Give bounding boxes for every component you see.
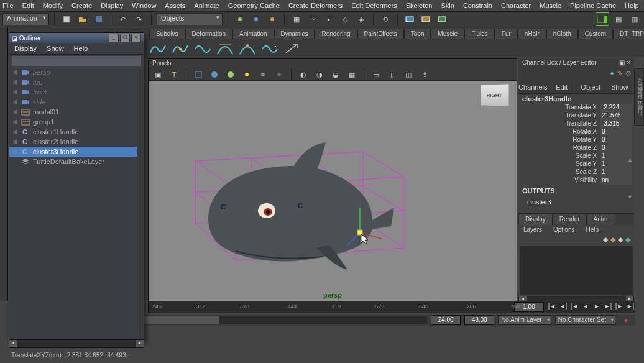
- shadow-icon[interactable]: [256, 68, 270, 81]
- wireframe-icon[interactable]: [191, 68, 205, 81]
- expand-icon[interactable]: ⊞: [12, 119, 18, 125]
- shelf-tab-subdivs[interactable]: Subdivs: [149, 29, 185, 39]
- menu-file[interactable]: File: [2, 2, 14, 9]
- outliner-menu-help[interactable]: Help: [74, 45, 88, 52]
- shaded-icon[interactable]: [208, 68, 221, 81]
- channel-menu-channels[interactable]: Channels: [518, 82, 548, 93]
- outliner-item-cluster1Handle[interactable]: ⊞Ccluster1Handle: [9, 127, 144, 137]
- outliner-item-TurtleDefaultBakeLayer[interactable]: TurtleDefaultBakeLayer: [9, 157, 144, 167]
- layer-move-icon[interactable]: ◆: [603, 236, 608, 244]
- safe-icon[interactable]: ◫: [402, 68, 415, 81]
- shelf-tab-deformation[interactable]: Deformation: [185, 29, 232, 39]
- snap-live-icon[interactable]: ◈: [354, 12, 368, 26]
- scroll-left-icon[interactable]: ◄: [9, 340, 17, 347]
- xray-joint-icon[interactable]: ◒: [329, 68, 343, 81]
- curve-tool-icon[interactable]: [239, 42, 256, 55]
- save-scene-icon[interactable]: [92, 12, 106, 26]
- menu-character[interactable]: Character: [501, 2, 531, 9]
- ipr-icon[interactable]: [419, 12, 433, 26]
- toggle-panel-icon[interactable]: [596, 12, 609, 26]
- curve-tool-icon[interactable]: [216, 42, 234, 55]
- select-by-object-icon[interactable]: [249, 12, 263, 26]
- outliner-menu-display[interactable]: Display: [14, 45, 37, 52]
- redo-icon[interactable]: ↷: [132, 12, 146, 26]
- shelf-tab-fur[interactable]: Fur: [495, 29, 518, 39]
- menu-help[interactable]: Help: [625, 2, 639, 9]
- layer-menu-help[interactable]: Help: [586, 226, 599, 233]
- go-start-icon[interactable]: |◄: [548, 303, 556, 311]
- menu-edit[interactable]: Edit: [22, 2, 34, 9]
- maximize-button[interactable]: □: [120, 34, 130, 42]
- layer-tab-anim[interactable]: Anim: [587, 214, 615, 225]
- outliner-title-bar[interactable]: ◪ Outliner _ □ ×: [9, 33, 144, 43]
- expand-icon[interactable]: ⊞: [12, 129, 18, 135]
- attr-value[interactable]: -3.315: [600, 120, 632, 128]
- outliner-item-cluster2Handle[interactable]: ⊞Ccluster2Handle: [9, 137, 144, 147]
- time-ruler[interactable]: 248312378444510576640706768: [149, 301, 514, 313]
- output-node[interactable]: cluster3: [518, 197, 634, 207]
- mode-selector[interactable]: Animation: [2, 13, 49, 25]
- shelf-tab-ncloth[interactable]: nCloth: [546, 29, 578, 39]
- menu-muscle[interactable]: Muscle: [540, 2, 561, 9]
- open-scene-icon[interactable]: [76, 12, 90, 26]
- layer-new-icon[interactable]: ◆: [625, 236, 630, 244]
- close-button[interactable]: ×: [131, 34, 141, 42]
- range-start-field[interactable]: 24.00: [431, 315, 461, 325]
- light-icon[interactable]: [240, 68, 254, 81]
- anim-layer-combo[interactable]: No Anim Layer: [498, 315, 551, 325]
- bookmark-icon[interactable]: T: [167, 68, 181, 81]
- play-forward-icon[interactable]: ►: [592, 303, 601, 311]
- attr-value[interactable]: 0: [600, 128, 632, 136]
- menu-pipeline-cache[interactable]: Pipeline Cache: [570, 2, 616, 9]
- new-scene-icon[interactable]: [60, 12, 73, 26]
- arrow-tool-icon[interactable]: [283, 42, 301, 55]
- shelf-tab-rendering[interactable]: Rendering: [315, 29, 357, 39]
- share-icon[interactable]: ⇪: [418, 68, 431, 81]
- layer-tab-display[interactable]: Display: [518, 214, 553, 225]
- expand-icon[interactable]: ⊞: [12, 109, 18, 115]
- render-settings-icon[interactable]: [435, 12, 449, 26]
- outliner-menu-show[interactable]: Show: [47, 45, 64, 52]
- xray-icon[interactable]: ◑: [313, 68, 326, 81]
- selected-object-name[interactable]: cluster3Handle: [518, 94, 634, 104]
- curve-tool-icon[interactable]: [172, 42, 189, 55]
- construction-history-icon[interactable]: ⟲: [379, 12, 392, 26]
- layer-menu-layers[interactable]: Layers: [523, 226, 542, 233]
- toggle-channel-icon[interactable]: ▤: [612, 12, 625, 26]
- shelf-tab-animation[interactable]: Animation: [232, 29, 274, 39]
- minimize-button[interactable]: _: [109, 34, 119, 42]
- menu-skin[interactable]: Skin: [441, 2, 454, 9]
- snap-grid-icon[interactable]: ▦: [290, 12, 303, 26]
- snap-curve-icon[interactable]: 〰: [306, 12, 320, 26]
- wrench-icon[interactable]: ⚙: [625, 70, 632, 81]
- viewport-canvas[interactable]: C C: [149, 80, 515, 301]
- expand-icon[interactable]: ⊞: [12, 80, 18, 85]
- scroll-down-icon[interactable]: ▼: [627, 194, 633, 200]
- layer-list[interactable]: [520, 246, 633, 295]
- channel-menu-show[interactable]: Show: [605, 82, 635, 93]
- shelf-tab-fluids[interactable]: Fluids: [464, 29, 495, 39]
- menu-edit-deformers[interactable]: Edit Deformers: [351, 2, 397, 9]
- curve-tool-icon[interactable]: [261, 42, 278, 55]
- select-by-hierarchy-icon[interactable]: [233, 12, 247, 26]
- expand-icon[interactable]: ⊞: [12, 99, 18, 105]
- step-back-key-icon[interactable]: ◄|: [559, 303, 568, 311]
- play-reverse-icon[interactable]: ◄: [581, 303, 590, 311]
- menu-constrain[interactable]: Constrain: [463, 2, 492, 9]
- menu-display[interactable]: Display: [101, 2, 123, 9]
- toggle-tool-icon[interactable]: ▥: [628, 12, 642, 26]
- curve-tool-icon[interactable]: [149, 42, 167, 55]
- character-set-combo[interactable]: No Character Set: [555, 315, 615, 325]
- channel-menu-edit[interactable]: Edit: [548, 82, 577, 93]
- expand-icon[interactable]: ⊞: [12, 70, 18, 75]
- autokey-icon[interactable]: ●: [619, 313, 633, 327]
- select-by-component-icon[interactable]: [265, 12, 279, 26]
- menu-window[interactable]: Window: [132, 2, 156, 9]
- isolate-icon[interactable]: ◐: [297, 68, 310, 81]
- textured-icon[interactable]: [224, 68, 237, 81]
- pencil-icon[interactable]: ✎: [617, 70, 623, 81]
- menu-animate[interactable]: Animate: [194, 2, 219, 9]
- scroll-right-icon[interactable]: ►: [136, 340, 144, 347]
- shelf-tab-nhair[interactable]: nHair: [518, 29, 546, 39]
- shelf-tab-toon[interactable]: Toon: [404, 29, 431, 39]
